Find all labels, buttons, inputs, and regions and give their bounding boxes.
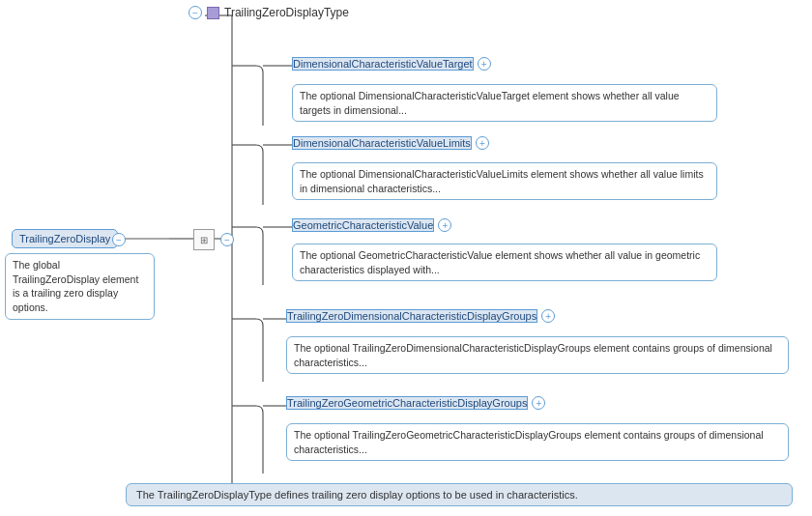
- node1-plus-circle[interactable]: +: [478, 57, 491, 71]
- node3-row: GeometricCharacteristicValue +: [292, 218, 451, 232]
- node5-row: TrailingZeroGeometricCharacteristicDispl…: [286, 396, 545, 410]
- root-desc-text: The global TrailingZeroDisplay element i…: [13, 259, 138, 313]
- root-desc-box: The global TrailingZeroDisplay element i…: [5, 253, 155, 320]
- header-minus-circle[interactable]: −: [188, 6, 202, 19]
- node1-box[interactable]: DimensionalCharacteristicValueTarget: [292, 57, 474, 71]
- root-node[interactable]: TrailingZeroDisplay: [12, 229, 118, 248]
- node4-desc: The optional TrailingZeroDimensionalChar…: [286, 336, 789, 374]
- node2-row: DimensionalCharacteristicValueLimits +: [292, 136, 489, 150]
- node1-row: DimensionalCharacteristicValueTarget +: [292, 57, 491, 71]
- node2-plus-circle[interactable]: +: [476, 136, 489, 150]
- header-type-label: TrailingZeroDisplayType: [224, 6, 349, 19]
- header-row: − TrailingZeroDisplayType: [188, 6, 349, 19]
- node1-desc: The optional DimensionalCharacteristicVa…: [292, 84, 717, 122]
- diagram-container: − TrailingZeroDisplayType TrailingZeroDi…: [0, 0, 812, 516]
- node3-plus-circle[interactable]: +: [438, 218, 451, 232]
- type-icon: [207, 7, 219, 19]
- node4-box[interactable]: TrailingZeroDimensionalCharacteristicDis…: [286, 309, 537, 323]
- node3-desc: The optional GeometricCharacteristicValu…: [292, 244, 717, 281]
- node5-box[interactable]: TrailingZeroGeometricCharacteristicDispl…: [286, 396, 528, 410]
- node4-plus-circle[interactable]: +: [541, 309, 555, 323]
- node2-box[interactable]: DimensionalCharacteristicValueLimits: [292, 136, 472, 150]
- node3-box[interactable]: GeometricCharacteristicValue: [292, 218, 434, 232]
- node5-plus-circle[interactable]: +: [532, 396, 545, 410]
- root-minus-circle[interactable]: −: [112, 233, 126, 246]
- node5-desc: The optional TrailingZeroGeometricCharac…: [286, 423, 789, 461]
- connector-icon[interactable]: ⊞: [193, 229, 215, 250]
- node2-desc: The optional DimensionalCharacteristicVa…: [292, 162, 717, 200]
- bottom-desc: The TrailingZeroDisplayType defines trai…: [126, 483, 793, 506]
- node5-label: TrailingZeroGeometricCharacteristicDispl…: [287, 397, 527, 409]
- node4-row: TrailingZeroDimensionalCharacteristicDis…: [286, 309, 555, 323]
- node4-label: TrailingZeroDimensionalCharacteristicDis…: [287, 310, 536, 322]
- node2-label: DimensionalCharacteristicValueLimits: [293, 137, 471, 149]
- root-label: TrailingZeroDisplay: [19, 233, 110, 244]
- bottom-desc-text: The TrailingZeroDisplayType defines trai…: [136, 489, 578, 501]
- connector-minus-circle[interactable]: −: [220, 233, 234, 246]
- node3-label: GeometricCharacteristicValue: [293, 219, 433, 231]
- node1-label: DimensionalCharacteristicValueTarget: [293, 58, 473, 70]
